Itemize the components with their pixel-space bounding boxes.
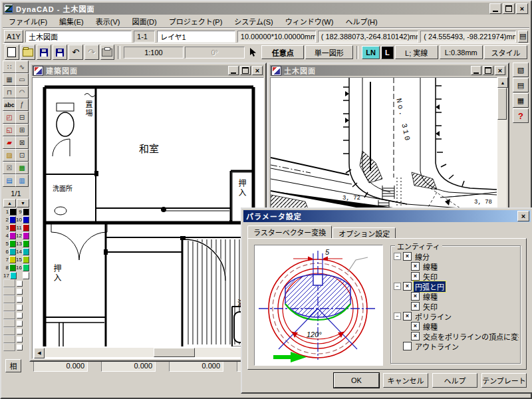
- plan-titlebar[interactable]: 建築図面 ×: [32, 65, 264, 76]
- color-swatch[interactable]: [23, 216, 29, 223]
- map-titlebar[interactable]: 土木図面 ×: [270, 65, 507, 76]
- tree-checkbox[interactable]: ×: [411, 302, 420, 311]
- scale-field[interactable]: 1:100: [124, 47, 184, 59]
- tab-options[interactable]: オプション設定: [332, 227, 396, 239]
- tab-raster-vector[interactable]: ラスターベクター変換: [247, 225, 332, 239]
- collapse-expander-icon[interactable]: −: [394, 283, 401, 290]
- plan-horizontal-scrollbar[interactable]: ◀: [34, 348, 262, 357]
- template-button[interactable]: テンプレート: [481, 373, 527, 388]
- tree-item-label[interactable]: アウトライン: [414, 341, 460, 352]
- palette-empty-slot[interactable]: [3, 279, 15, 287]
- paste-button[interactable]: ◰: [3, 111, 16, 124]
- dialog-titlebar[interactable]: パラメータ設定 ×: [243, 210, 531, 222]
- style-button[interactable]: スタイル: [484, 45, 527, 59]
- scroll-up-icon[interactable]: ▲: [497, 77, 508, 88]
- paint-button[interactable]: ▨: [3, 149, 16, 162]
- page-field[interactable]: 1-1: [134, 31, 155, 43]
- palette-empty-slot[interactable]: [3, 319, 15, 327]
- scroll-left-icon[interactable]: ◀: [34, 348, 45, 358]
- menu-system[interactable]: システム(S): [228, 15, 279, 28]
- hatch-button[interactable]: ▦: [3, 73, 16, 86]
- color-swatch[interactable]: [17, 336, 23, 342]
- palette-down-button[interactable]: ▼: [17, 199, 29, 207]
- color-swatch[interactable]: [17, 313, 23, 319]
- fill-box-button[interactable]: ▩: [15, 162, 29, 174]
- tree-checkbox[interactable]: ×: [403, 282, 412, 291]
- pen-l-toggle[interactable]: L: [381, 46, 394, 59]
- map-vscroll-thumb[interactable]: [497, 88, 507, 120]
- rect-button[interactable]: ▭: [15, 73, 29, 86]
- tree-checkbox[interactable]: ×: [403, 312, 412, 321]
- arc-button[interactable]: ◠: [15, 86, 29, 98]
- copy-doc-button[interactable]: ▤: [3, 174, 16, 187]
- print-button[interactable]: [100, 45, 115, 60]
- tree-checkbox[interactable]: [403, 342, 412, 350]
- color-swatch[interactable]: [17, 344, 23, 350]
- line-type-button[interactable]: L; 実線: [395, 45, 438, 59]
- collapse-expander-icon[interactable]: −: [394, 253, 401, 260]
- cursor-select-button[interactable]: [246, 45, 261, 60]
- plan-maximize-button[interactable]: [240, 66, 251, 75]
- palette-empty-slot[interactable]: [3, 311, 15, 319]
- color-swatch[interactable]: [9, 208, 16, 215]
- plan-minimize-button[interactable]: [228, 66, 239, 75]
- sheet-button[interactable]: A1Y: [4, 30, 23, 43]
- parameter-dialog[interactable]: パラメータ設定 × ラスターベクター変換 オプション設定: [241, 207, 532, 394]
- map-maximize-button[interactable]: [483, 66, 493, 75]
- arrange-windows-button[interactable]: ▦: [513, 93, 529, 108]
- drawing-name-field[interactable]: 土木図面: [25, 31, 132, 43]
- palette-empty-slot[interactable]: [3, 287, 15, 295]
- menu-project[interactable]: プロジェクト(P): [163, 15, 229, 28]
- line-width-button[interactable]: L:0.38mm: [440, 45, 483, 59]
- menu-edit[interactable]: 編集(E): [53, 15, 90, 28]
- color-swatch[interactable]: [23, 208, 29, 215]
- tree-checkbox[interactable]: ×: [411, 332, 420, 340]
- save-button[interactable]: [37, 45, 51, 60]
- color-swatch[interactable]: [9, 224, 16, 231]
- palette-empty-slot[interactable]: [3, 295, 15, 303]
- help-button[interactable]: ヘルプ: [432, 373, 477, 388]
- undo-button[interactable]: ↶: [68, 45, 83, 60]
- map-close-button[interactable]: ×: [495, 66, 505, 75]
- help-button[interactable]: ?: [513, 108, 529, 123]
- mirror-button[interactable]: ⊞: [15, 124, 29, 136]
- new-file-button[interactable]: [5, 45, 19, 60]
- color-swatch[interactable]: [23, 240, 29, 247]
- plan-close-button[interactable]: ×: [252, 66, 263, 75]
- cancel-button[interactable]: キャンセル: [383, 373, 428, 388]
- open-file-button[interactable]: [21, 45, 35, 60]
- tree-item-label[interactable]: 線分: [414, 251, 431, 262]
- menu-help[interactable]: ヘルプ(H): [339, 15, 383, 28]
- color-swatch[interactable]: [17, 289, 23, 295]
- color-swatch[interactable]: [17, 305, 23, 311]
- dialog-close-button[interactable]: ×: [517, 211, 529, 221]
- minimize-button[interactable]: [489, 3, 501, 14]
- color-swatch[interactable]: [10, 272, 17, 279]
- color-swatch[interactable]: [23, 248, 29, 255]
- color-swatch[interactable]: [9, 240, 16, 247]
- menu-window[interactable]: ウィンドウ(W): [279, 15, 340, 28]
- copy-button[interactable]: ◱: [3, 124, 16, 136]
- trim-button[interactable]: ⊡: [15, 149, 29, 162]
- monitor-button[interactable]: ▥: [15, 174, 29, 187]
- palette-empty-slot[interactable]: [3, 327, 15, 335]
- redo-button[interactable]: ↷: [84, 45, 99, 60]
- color-swatch[interactable]: [9, 232, 16, 239]
- menu-file[interactable]: ファイル(F): [3, 15, 53, 28]
- color-swatch[interactable]: [23, 264, 29, 271]
- snap-mode-button[interactable]: 任意点: [261, 45, 303, 59]
- relative-mode-button[interactable]: 相: [5, 359, 21, 372]
- cascade-windows-button[interactable]: ▧: [513, 63, 529, 77]
- palette-up-button[interactable]: ▲: [3, 199, 16, 207]
- maximize-button[interactable]: [503, 3, 515, 14]
- plan-canvas[interactable]: 和室 洗面所 押入 押入 置場 浴 ◀: [32, 77, 264, 359]
- tree-item-label[interactable]: 線種: [422, 291, 439, 302]
- ok-button[interactable]: OK: [334, 373, 379, 388]
- tree-checkbox[interactable]: ×: [403, 252, 412, 261]
- list-icon[interactable]: ▤: [518, 31, 528, 43]
- color-swatch[interactable]: [9, 264, 16, 271]
- tree-item-label[interactable]: 矢印: [422, 271, 439, 282]
- color-swatch[interactable]: [9, 216, 16, 223]
- polyline-button[interactable]: ∿: [15, 61, 29, 73]
- main-titlebar[interactable]: DynaCAD - 土木図面 ×: [3, 3, 529, 15]
